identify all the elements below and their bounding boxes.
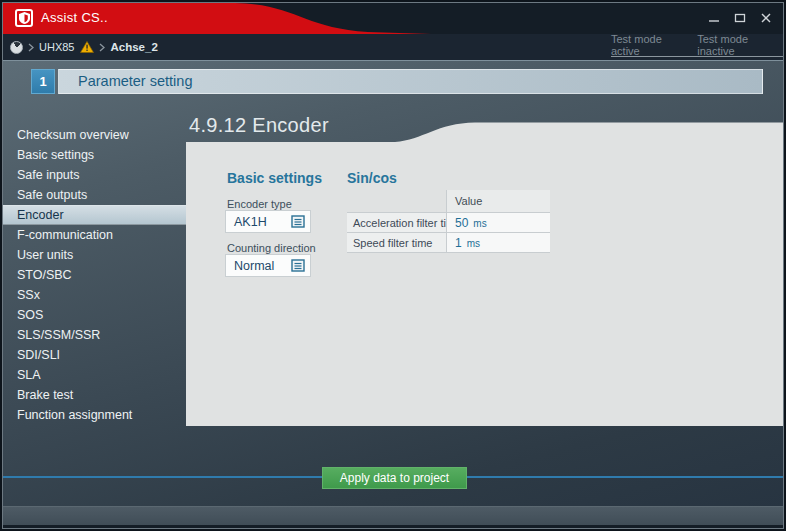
- sidebar-item-brake-test[interactable]: Brake test: [3, 385, 186, 405]
- project-icon[interactable]: [10, 41, 23, 54]
- panel-top-curve: [393, 122, 783, 142]
- sidebar-item-function-assignment[interactable]: Function assignment: [3, 405, 186, 425]
- sidebar-item-sto-sbc[interactable]: STO/SBC: [3, 265, 186, 285]
- title-bar: Assist CS..: [3, 3, 784, 34]
- chevron-right-icon: [99, 43, 105, 52]
- table-header-empty: [347, 190, 446, 212]
- step-banner[interactable]: Parameter setting: [58, 69, 763, 94]
- table-row: Speed filter time 1ms: [347, 232, 550, 252]
- sidebar-item-f-communication[interactable]: F-communication: [3, 225, 186, 245]
- content-area: 1 Parameter setting Checksum overviewBas…: [3, 60, 784, 508]
- warning-icon: [80, 41, 94, 53]
- sidebar-item-checksum-overview[interactable]: Checksum overview: [3, 125, 186, 145]
- row-label: Acceleration filter time: [347, 212, 446, 232]
- page-title: 4.9.12 Encoder: [189, 114, 329, 137]
- shield-icon: [19, 12, 30, 24]
- row-label: Speed filter time: [347, 232, 446, 252]
- breadcrumb-device[interactable]: UHX85: [39, 41, 74, 53]
- sidebar-item-safe-outputs[interactable]: Safe outputs: [3, 185, 186, 205]
- table-header-row: Value: [347, 190, 550, 212]
- counting-direction-label: Counting direction: [227, 242, 316, 254]
- chevron-right-icon: [28, 43, 34, 52]
- encoder-type-dropdown[interactable]: AK1H: [225, 210, 311, 233]
- step-number-badge: 1: [31, 69, 55, 94]
- app-logo: [15, 9, 33, 27]
- table-row: Acceleration filter time 50ms: [347, 212, 550, 232]
- sidebar-nav: Checksum overviewBasic settingsSafe inpu…: [3, 125, 186, 425]
- dropdown-list-icon: [291, 215, 305, 228]
- value-text: 1: [455, 236, 462, 250]
- sincos-table: Value Acceleration filter time 50ms Spee…: [347, 190, 550, 253]
- counting-direction-dropdown[interactable]: Normal: [225, 254, 311, 277]
- test-mode-switcher: Test mode active Test mode inactive: [611, 34, 783, 57]
- unit-text: ms: [473, 218, 486, 229]
- application-window: Assist CS.. UHX85: [0, 0, 786, 531]
- speed-filter-time-field[interactable]: 1ms: [446, 232, 550, 252]
- app-title: Assist CS..: [41, 10, 108, 25]
- table-bottom-border: [347, 252, 550, 253]
- sidebar-item-safe-inputs[interactable]: Safe inputs: [3, 165, 186, 185]
- sidebar-item-encoder[interactable]: Encoder: [3, 205, 186, 225]
- sidebar-item-sls-ssm-ssr[interactable]: SLS/SSM/SSR: [3, 325, 186, 345]
- test-mode-inactive-button[interactable]: Test mode inactive: [697, 33, 777, 57]
- encoder-type-value: AK1H: [226, 215, 291, 229]
- breadcrumb-axis[interactable]: Achse_2: [110, 41, 157, 53]
- sidebar-item-sos[interactable]: SOS: [3, 305, 186, 325]
- basic-settings-title: Basic settings: [227, 170, 322, 186]
- minimize-button[interactable]: [707, 11, 721, 25]
- sincos-title: Sin/cos: [347, 170, 397, 186]
- window-controls: [707, 11, 773, 25]
- sidebar-item-user-units[interactable]: User units: [3, 245, 186, 265]
- encoder-type-label: Encoder type: [227, 198, 292, 210]
- apply-data-button[interactable]: Apply data to project: [322, 467, 467, 489]
- maximize-button[interactable]: [733, 11, 747, 25]
- close-button[interactable]: [759, 11, 773, 25]
- sidebar-item-ssx[interactable]: SSx: [3, 285, 186, 305]
- sidebar-item-sdi-sli[interactable]: SDI/SLI: [3, 345, 186, 365]
- dropdown-list-icon: [291, 259, 305, 272]
- status-bar: [3, 506, 784, 525]
- window-frame: Assist CS.. UHX85: [2, 2, 784, 529]
- counting-direction-value: Normal: [226, 259, 291, 273]
- value-text: 50: [455, 216, 468, 230]
- table-header-value: Value: [446, 190, 550, 212]
- encoder-panel: Basic settings Encoder type AK1H Countin…: [186, 142, 783, 426]
- acceleration-filter-time-field[interactable]: 50ms: [446, 212, 550, 232]
- test-mode-active-button[interactable]: Test mode active: [611, 33, 683, 57]
- sidebar-item-sla[interactable]: SLA: [3, 365, 186, 385]
- unit-text: ms: [467, 238, 480, 249]
- sidebar-item-basic-settings[interactable]: Basic settings: [3, 145, 186, 165]
